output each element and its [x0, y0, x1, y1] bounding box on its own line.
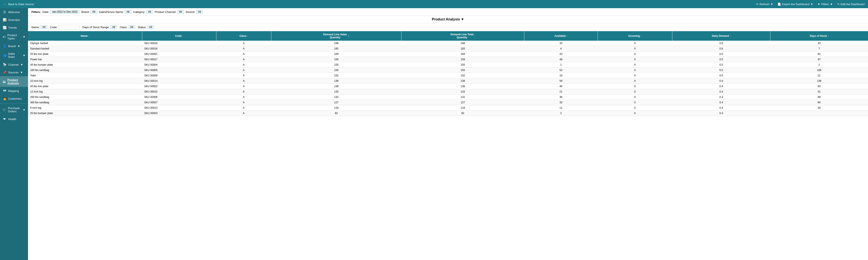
cell-available: 52 [524, 68, 598, 73]
refresh-chevron-icon: ▼ [770, 3, 773, 6]
mapping-icon: 🗺 [3, 89, 6, 92]
cell-incoming: 0 [597, 51, 672, 57]
sidebar-item-overview[interactable]: 📊 Overview [0, 16, 28, 24]
table-row: 100 lbs sandbag SKU 00005 A 155 155 52 0… [28, 68, 868, 73]
refresh-label: Refresh [760, 3, 770, 6]
status-filter-badge[interactable]: All [147, 25, 154, 29]
cell-daily-demand: 0.5 [672, 68, 770, 73]
cell-demand-sales: 159 [271, 57, 401, 62]
sidebar-item-purchase-orders[interactable]: 🛒 Purchase Orders ▼ [0, 104, 28, 115]
date-filter-badge[interactable]: Jan-2022 to Dec-2022 [50, 10, 80, 14]
cell-demand-sales: 248 [271, 41, 401, 46]
cell-demand-total: 183 [401, 46, 524, 51]
table-row: 10 inch log SKU 00014 A 138 138 59 0 0.4… [28, 78, 868, 84]
cell-days-of-stock: 51 [770, 89, 868, 95]
edit-button[interactable]: ✎ Edit the Dashboard [837, 3, 865, 6]
cell-days-of-stock: 138 [770, 78, 868, 84]
cell-class: A [216, 105, 271, 111]
cell-demand-total: 138 [401, 78, 524, 84]
sidebar-label-customers: Customers [8, 97, 22, 100]
title-chevron-icon[interactable]: ▼ [461, 17, 464, 21]
secondary-filters: Name: All Code: Days of Stock Range: All… [28, 23, 868, 31]
cell-incoming: 0 [597, 73, 672, 78]
cell-demand-sales: 138 [271, 78, 401, 84]
sidebar-item-sales-team[interactable]: 👥 Sales Team ▼ [0, 50, 28, 61]
cell-name: Power bar [28, 57, 142, 62]
cell-daily-demand: 0.6 [672, 46, 770, 51]
col-code[interactable]: Code ↕ [142, 31, 216, 41]
filter-icon: ▼ [817, 3, 820, 6]
cell-name: Standard barbell [28, 46, 142, 51]
cell-code: SKU 00007 [142, 100, 216, 105]
cell-incoming: 0 [597, 100, 672, 105]
sidebar-item-product-types[interactable]: 🏷 Product Types ▼ [0, 31, 28, 42]
table-row: Olympic barbell SKU 00018 A 248 248 33 0… [28, 41, 868, 46]
category-filter-group: Category: All [133, 10, 153, 14]
cell-class: A [216, 46, 271, 51]
data-table-container: Name ↕ Code ↕ Class [28, 31, 868, 260]
cell-demand-sales: 152 [271, 73, 401, 78]
back-to-datasource-button[interactable]: ← Back to Data Source [3, 2, 34, 6]
name-filter-badge[interactable]: All [40, 25, 47, 29]
col-available[interactable]: Available ↕ [524, 31, 598, 41]
cell-code: SKU 00002 [142, 84, 216, 89]
sidebar-item-product-analysis[interactable]: 🗂 Product Analysis [0, 76, 28, 87]
sales-team-icon: 👥 [3, 53, 6, 57]
edit-icon: ✎ [837, 3, 840, 6]
cell-daily-demand: 0.5 [672, 57, 770, 62]
cell-incoming: 0 [597, 62, 672, 68]
export-button[interactable]: 📄 Export the Dashboard ▼ [777, 3, 813, 6]
class-filter-group: Class: All [120, 25, 135, 29]
cell-available: 43 [524, 51, 598, 57]
cell-demand-sales: 133 [271, 89, 401, 95]
purchase-orders-chevron-icon: ▼ [23, 108, 25, 111]
brand-filter-label: Brand: [81, 10, 89, 13]
cell-available: 40 [524, 84, 598, 89]
cell-available: 21 [524, 89, 598, 95]
refresh-button[interactable]: ↻ Refresh ▼ [756, 3, 773, 6]
col-class[interactable]: Class ↕ [216, 31, 271, 41]
sidebar-item-mapping[interactable]: 🗺 Mapping [0, 87, 28, 95]
sidebar-item-brand[interactable]: 👤 Brand ▼ [0, 42, 28, 50]
days-of-stock-filter-badge[interactable]: All [110, 25, 117, 29]
cell-available: 59 [524, 78, 598, 84]
sidebar-item-customers[interactable]: 🧑 Customers [0, 95, 28, 103]
sidebar-item-channel[interactable]: 📡 Channel ▼ [0, 61, 28, 68]
col-incoming[interactable]: Incoming ↕ [597, 31, 672, 41]
col-daily-demand[interactable]: Daily Demand ↕ [672, 31, 770, 41]
daily-demand-sort-icon: ↕ [730, 35, 731, 37]
sidebar-item-sources[interactable]: 📌 Sources ▼ [0, 68, 28, 76]
salesperson-filter-badge[interactable]: All [125, 10, 131, 14]
cell-demand-sales: 132 [271, 95, 401, 100]
col-name[interactable]: Name ↕ [28, 31, 142, 41]
cell-demand-sales: 138 [271, 84, 401, 89]
cell-daily-demand: 0.3 [672, 111, 770, 116]
brand-filter-badge[interactable]: All [90, 10, 97, 14]
cell-incoming: 0 [597, 84, 672, 89]
code-sort-icon: ↕ [182, 35, 183, 37]
cell-incoming: 0 [597, 68, 672, 73]
category-filter-badge[interactable]: All [146, 10, 153, 14]
cell-incoming: 0 [597, 105, 672, 111]
col-demand-total-qty[interactable]: Demand Line TotalQuantity ↕ [401, 31, 524, 41]
sidebar-item-trends[interactable]: 📈 Trends [0, 24, 28, 31]
filters-button[interactable]: ▼ Filters ▼ [817, 3, 833, 6]
cell-incoming: 0 [597, 46, 672, 51]
col-days-of-stock[interactable]: Days of Stock ↕ [770, 31, 868, 41]
cell-demand-total: 155 [401, 68, 524, 73]
source-filter-badge[interactable]: All [196, 10, 203, 14]
product-channel-filter-badge[interactable]: All [177, 10, 184, 14]
date-filter-group: Date: Jan-2022 to Dec-2022 [42, 10, 80, 14]
cell-name: 45 lbs iron plate [28, 84, 142, 89]
sidebar-item-health[interactable]: ❤ Health [0, 115, 28, 123]
cell-name: 8 inch log [28, 105, 142, 111]
class-filter-badge[interactable]: All [128, 25, 135, 29]
cell-name: 25 lbs iron plate [28, 51, 142, 57]
code-filter-input[interactable] [58, 25, 80, 29]
channel-chevron-icon: ▼ [20, 63, 23, 66]
cell-demand-total: 133 [401, 89, 524, 95]
sidebar-label-welcome: Welcome [8, 10, 20, 14]
col-demand-sales-qty[interactable]: Demand Line SalesQuantity ▼ [271, 31, 401, 41]
cell-days-of-stock: 93 [770, 84, 868, 89]
sidebar-item-welcome[interactable]: ☰ Welcome [0, 8, 28, 16]
